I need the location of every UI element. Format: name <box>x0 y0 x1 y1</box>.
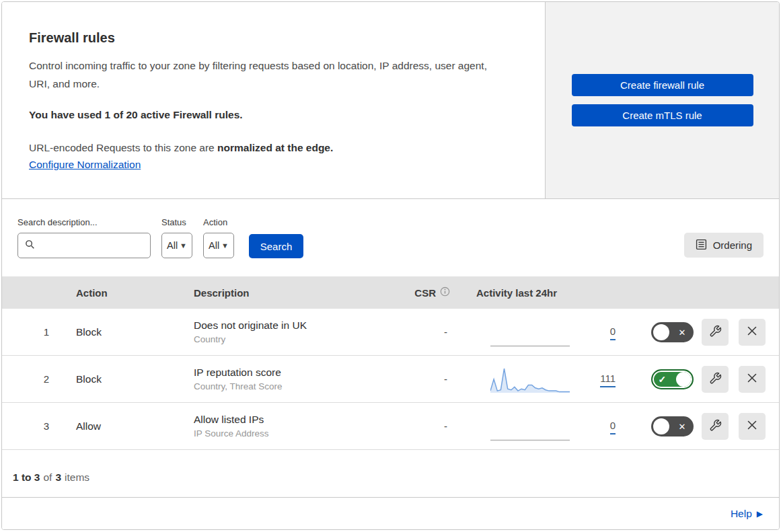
status-dropdown[interactable]: All ▼ <box>161 233 192 258</box>
create-firewall-rule-button[interactable]: Create firewall rule <box>572 74 753 96</box>
info-icon[interactable] <box>440 287 450 299</box>
rule-action: Allow <box>63 420 177 432</box>
column-header-csr: CSR <box>399 287 473 299</box>
column-header-activity: Activity last 24hr <box>473 287 628 299</box>
help-link-label: Help <box>731 508 752 520</box>
rule-description: IP reputation score <box>194 367 399 379</box>
rule-enabled-toggle[interactable]: ✕ <box>651 416 694 436</box>
close-icon <box>746 372 758 386</box>
close-icon <box>746 419 758 433</box>
ordering-button[interactable]: Ordering <box>684 233 764 258</box>
activity-sparkline-chart <box>490 319 570 347</box>
csr-header-label: CSR <box>414 287 436 299</box>
rule-action: Block <box>63 326 177 338</box>
status-filter-group: Status All ▼ <box>161 217 192 258</box>
pagination-total: 3 <box>55 471 61 484</box>
close-icon <box>746 325 758 339</box>
hero-actions-panel: Create firewall rule Create mTLS rule <box>546 2 779 198</box>
usage-notice: You have used 1 of 20 active Firewall ru… <box>29 109 518 121</box>
hero-section: Firewall rules Control incoming traffic … <box>2 2 779 199</box>
pagination-summary: 1 to 3 of 3 items <box>13 471 89 484</box>
rule-csr-value: - <box>399 420 473 432</box>
rule-fields: IP Source Address <box>194 428 399 439</box>
firewall-rules-panel: Firewall rules Control incoming traffic … <box>1 1 780 530</box>
pagination-bar: 1 to 3 of 3 items <box>2 450 779 497</box>
status-label: Status <box>161 217 192 227</box>
activity-count-link[interactable]: 0 <box>610 420 616 434</box>
pagination-of: of <box>43 471 52 484</box>
edit-rule-button[interactable] <box>702 366 729 393</box>
activity-sparkline-chart <box>490 413 570 441</box>
page-title: Firewall rules <box>29 30 518 46</box>
pagination-range: 1 to 3 <box>13 471 40 484</box>
search-field-group: Search description... <box>17 217 151 258</box>
ordering-list-icon <box>696 239 707 252</box>
arrow-right-icon: ▶ <box>757 509 763 519</box>
rule-activity-cell: 0 <box>473 309 628 355</box>
wrench-icon <box>709 372 722 387</box>
rule-priority: 2 <box>2 373 63 385</box>
toggle-knob <box>653 418 669 434</box>
create-mtls-rule-button[interactable]: Create mTLS rule <box>572 104 753 126</box>
search-label: Search description... <box>17 217 151 227</box>
rule-enabled-toggle[interactable]: ✕ <box>651 322 694 342</box>
rule-csr-value: - <box>399 373 473 385</box>
toggle-knob <box>653 324 669 340</box>
ordering-button-label: Ordering <box>713 239 752 251</box>
rule-toggle-cell: ✕ <box>628 322 702 342</box>
toggle-off-x-icon: ✕ <box>679 327 686 337</box>
rule-description-cell: IP reputation score Country, Threat Scor… <box>177 367 399 391</box>
rule-toggle-cell: ✕ <box>628 416 702 436</box>
help-link[interactable]: Help ▶ <box>731 508 763 520</box>
configure-normalization-link[interactable]: Configure Normalization <box>29 159 141 170</box>
edit-rule-button[interactable] <box>702 319 729 346</box>
normalization-text: URL-encoded Requests to this zone are no… <box>29 142 518 154</box>
search-input-wrapper <box>17 233 151 258</box>
search-button[interactable]: Search <box>249 234 303 258</box>
delete-rule-button[interactable] <box>739 319 766 346</box>
pagination-items: items <box>65 471 89 484</box>
column-header-description: Description <box>177 287 399 299</box>
chevron-down-icon: ▼ <box>180 241 187 250</box>
table-row: 3 Allow Allow listed IPs IP Source Addre… <box>2 403 779 450</box>
page-description: Control incoming traffic to your zone by… <box>29 56 503 93</box>
activity-sparkline-chart <box>490 366 570 394</box>
action-dropdown[interactable]: All ▼ <box>203 233 234 258</box>
toggle-on-check-icon: ✓ <box>659 374 667 385</box>
rule-description-cell: Allow listed IPs IP Source Address <box>177 414 399 439</box>
rule-activity-cell: 111 <box>473 356 628 402</box>
hero-text-block: Firewall rules Control incoming traffic … <box>2 2 546 198</box>
rule-fields: Country <box>194 334 399 344</box>
action-filter-group: Action All ▼ <box>203 217 234 258</box>
rule-activity-cell: 0 <box>473 403 628 449</box>
delete-rule-button[interactable] <box>739 366 766 393</box>
chevron-down-icon: ▼ <box>221 241 229 250</box>
filter-bar: Search description... Status All ▼ Actio… <box>2 199 779 276</box>
table-header: Action Description CSR Activity last 24h… <box>2 276 779 309</box>
help-bar: Help ▶ <box>2 497 779 529</box>
rule-priority: 3 <box>2 420 63 432</box>
column-header-action: Action <box>63 287 177 299</box>
edit-rule-button[interactable] <box>702 413 729 440</box>
rule-enabled-toggle[interactable]: ✓ <box>651 369 694 389</box>
activity-count-link[interactable]: 0 <box>610 326 616 340</box>
toggle-knob <box>676 372 691 387</box>
toggle-off-x-icon: ✕ <box>679 421 686 431</box>
table-row: 2 Block IP reputation score Country, Thr… <box>2 356 779 403</box>
delete-rule-button[interactable] <box>739 413 766 440</box>
rule-description-cell: Does not originate in UK Country <box>177 319 399 344</box>
rule-action: Block <box>63 373 177 385</box>
rule-csr-value: - <box>399 326 473 338</box>
action-dropdown-value: All <box>209 240 219 251</box>
activity-count-link[interactable]: 111 <box>600 373 616 387</box>
normalization-bold: normalized at the edge. <box>217 142 333 153</box>
search-icon <box>25 239 35 252</box>
rule-fields: Country, Threat Score <box>194 381 399 391</box>
rule-toggle-cell: ✓ <box>628 369 702 389</box>
action-label: Action <box>203 217 234 227</box>
rule-description: Allow listed IPs <box>194 414 399 426</box>
table-row: 1 Block Does not originate in UK Country… <box>2 309 779 356</box>
rule-description: Does not originate in UK <box>194 319 399 332</box>
search-input[interactable] <box>40 240 143 252</box>
rule-priority: 1 <box>2 326 63 338</box>
